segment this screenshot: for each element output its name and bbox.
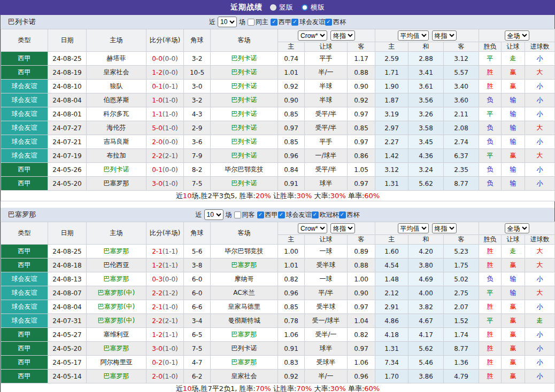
goals-result-cell: 小	[525, 328, 555, 342]
average-select[interactable]: 平均值	[398, 30, 429, 41]
away-team-cell: 巴列卡诺	[211, 93, 278, 107]
league-filter-1[interactable]: ✓西甲	[271, 18, 291, 27]
league-filter-4[interactable]: ✓西杯	[339, 210, 360, 219]
crow-away-odds-cell: 0.92	[348, 93, 375, 107]
same-side-filter[interactable]: 同主	[248, 18, 268, 27]
handicap-result-cell: 走	[502, 52, 525, 66]
avg-away-odds-cell: 2.08	[444, 121, 479, 135]
halftime-score: (1-0)	[163, 124, 178, 132]
away-team-name: 曼彻斯特城	[228, 317, 260, 324]
summary-text: 场,胜7平2负1, 胜率:	[191, 385, 256, 392]
final-odds-select-2[interactable]: 终指	[432, 30, 457, 41]
result-verdict: 胜	[487, 372, 494, 380]
goals-verdict: 小	[537, 110, 543, 117]
match-date-cell: 24-08-07	[48, 286, 87, 300]
avg-away-odds-cell: 3.12	[444, 52, 479, 66]
halftime-score: (0-0)	[163, 138, 178, 146]
league-filter-label: 球会友谊	[286, 210, 312, 219]
match-row: 西甲24-05-20巴塞罗那3-0(1-0)7-5巴列卡诺0.91球半0.971…	[1, 177, 555, 191]
match-count-select[interactable]: 10	[204, 209, 223, 220]
halftime-score: (1-1)	[163, 331, 178, 339]
view-mode-horizontal[interactable]: 横版	[302, 3, 325, 12]
handicap-verdict: 输	[510, 166, 517, 173]
home-team-name: 巴塞罗那	[104, 344, 129, 352]
checkbox-checked-icon[interactable]: ✓	[312, 211, 319, 218]
checkbox-checked-icon[interactable]: ✓	[257, 211, 264, 218]
checkbox-unchecked-icon[interactable]	[234, 211, 241, 218]
avg-home-odds-cell: 7.34	[375, 356, 408, 370]
match-date-cell: 24-08-04	[48, 93, 87, 107]
handicap-line-cell: 受一/球半	[305, 314, 348, 328]
radio-vertical-icon[interactable]	[270, 4, 276, 11]
avg-draw-odds-cell: 5.46	[408, 356, 444, 370]
bookmaker-select[interactable]: Crow*	[298, 223, 327, 233]
away-team-cell: 巴列卡诺	[211, 135, 278, 149]
same-side-filter[interactable]: 同客	[234, 210, 255, 219]
avg-away-odds-cell: 1.74	[444, 328, 479, 342]
goals-verdict: 小	[537, 96, 543, 104]
summary-text: 近	[176, 192, 183, 200]
league-filter-3[interactable]: ✓欧冠杯	[312, 210, 339, 219]
crow-home-odds-cell: 0.74	[278, 52, 305, 66]
avg-draw-odds-cell: 3.56	[408, 93, 444, 107]
crow-home-odds-cell: 0.92	[278, 370, 305, 383]
checkbox-checked-icon[interactable]: ✓	[278, 211, 285, 218]
col-header-handicap: 让球	[305, 235, 348, 245]
fulltime-score: 2-2	[152, 289, 163, 297]
avg-home-odds-cell: 2.59	[375, 52, 408, 66]
result-verdict: 胜	[487, 247, 494, 255]
league-filter-2[interactable]: ✓球会友谊	[291, 18, 325, 27]
away-team-cell: 巴列卡诺	[211, 177, 278, 191]
handicap-verdict: 赢	[510, 303, 517, 310]
radio-horizontal-icon[interactable]	[302, 4, 308, 11]
score-cell: 0-2(0-1)	[147, 356, 184, 370]
full-match-select[interactable]: 全场	[505, 223, 529, 233]
corner-cell: 7-9	[184, 149, 211, 163]
handicap-line-cell: 一球	[305, 272, 348, 286]
away-team-name: 皇家社会	[232, 372, 257, 380]
crow-home-odds-cell: 0.85	[278, 135, 305, 149]
away-team-cell: 巴列卡诺	[211, 66, 278, 80]
league-filter-3[interactable]: ✓西杯	[325, 18, 346, 27]
handicap-result-cell: 输	[502, 93, 525, 107]
home-team-cell: 海伦芬	[87, 121, 147, 135]
goals-result-cell: 大	[525, 286, 555, 300]
handicap-line-cell: 一球	[305, 245, 348, 258]
handicap-verdict: 赢	[510, 82, 517, 90]
goals-verdict: 小	[537, 303, 543, 310]
match-date-cell: 24-08-19	[48, 66, 87, 80]
view-mode-vertical[interactable]: 竖版	[270, 3, 293, 12]
match-date-cell: 24-07-27	[48, 121, 87, 135]
col-header-handicap-result: 让球	[502, 42, 525, 52]
checkbox-checked-icon[interactable]: ✓	[271, 19, 278, 26]
average-select[interactable]: 平均值	[398, 223, 429, 233]
full-match-select[interactable]: 全场	[505, 30, 529, 41]
checkbox-checked-icon[interactable]: ✓	[339, 211, 346, 218]
result-cell: 胜	[479, 245, 502, 258]
away-team-cell: 皇家社会	[211, 370, 278, 383]
crow-home-odds-cell: 0.85	[278, 107, 305, 121]
avg-home-odds-cell: 1.90	[375, 80, 408, 93]
score-cell: 1-2(1-1)	[147, 258, 184, 272]
home-team-cell: 赫塔菲	[87, 52, 147, 66]
home-team-name: 巴塞罗那(中)	[98, 317, 135, 324]
handicap-result-cell: 赢	[502, 328, 525, 342]
bookmaker-select[interactable]: Crow*	[298, 30, 327, 41]
radio-horizontal-label: 横版	[311, 3, 325, 12]
final-odds-select-1[interactable]: 终指	[330, 223, 355, 233]
checkbox-checked-icon[interactable]: ✓	[291, 19, 298, 26]
final-odds-select-1[interactable]: 终指	[330, 30, 355, 41]
avg-draw-odds-cell: 3.45	[408, 135, 444, 149]
fulltime-score: 2-0	[152, 373, 163, 380]
avg-away-odds-cell: 5.57	[444, 66, 479, 80]
league-filter-2[interactable]: ✓球会友谊	[278, 210, 312, 219]
handicap-line-cell: 受平/半	[305, 107, 348, 121]
league-filter-1[interactable]: ✓西甲	[257, 210, 278, 219]
handicap-verdict: 赢	[510, 344, 517, 352]
checkbox-unchecked-icon[interactable]	[248, 19, 255, 26]
final-odds-select-2[interactable]: 终指	[432, 223, 457, 233]
avg-draw-odds-cell: 5.62	[408, 177, 444, 191]
result-verdict: 胜	[487, 68, 494, 76]
checkbox-checked-icon[interactable]: ✓	[325, 19, 332, 26]
match-count-select[interactable]: 10	[218, 17, 237, 27]
